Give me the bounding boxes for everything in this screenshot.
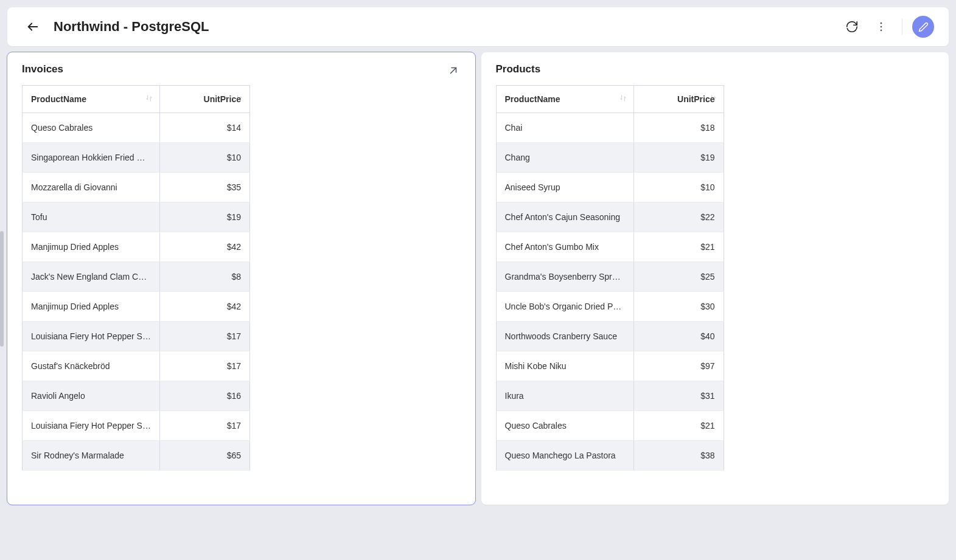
cell-unitprice: $14 — [160, 113, 250, 143]
cell-unitprice: $19 — [160, 202, 250, 232]
products-panel[interactable]: Products ProductName UnitPrice — [481, 52, 949, 505]
cell-unitprice: $38 — [633, 441, 724, 471]
cell-productname: Queso Cabrales — [496, 411, 633, 441]
column-header-label: ProductName — [31, 94, 86, 104]
column-header-productname[interactable]: ProductName — [496, 86, 633, 113]
expand-panel-button[interactable] — [446, 63, 461, 78]
sort-icon — [145, 94, 153, 105]
cell-productname: Sir Rodney's Marmalade — [23, 441, 160, 471]
cell-productname: Chai — [496, 113, 633, 143]
cell-productname: Mishi Kobe Niku — [496, 351, 633, 381]
cell-unitprice: $42 — [160, 232, 250, 262]
invoices-panel-title: Invoices — [22, 63, 461, 75]
cell-unitprice: $10 — [633, 173, 724, 202]
table-row[interactable]: Queso Cabrales$21 — [496, 411, 724, 441]
table-header-row: ProductName UnitPrice — [496, 86, 724, 113]
cell-productname: Queso Cabrales — [23, 113, 160, 143]
cell-productname: Singaporean Hokkien Fried Mee — [23, 143, 160, 173]
svg-point-3 — [881, 30, 882, 32]
cell-unitprice: $65 — [160, 441, 250, 471]
sort-icon — [709, 94, 717, 105]
table-row[interactable]: Queso Manchego La Pastora$38 — [496, 441, 724, 471]
table-row[interactable]: Chef Anton's Gumbo Mix$21 — [496, 232, 724, 262]
table-row[interactable]: Northwoods Cranberry Sauce$40 — [496, 322, 724, 351]
cell-productname: Aniseed Syrup — [496, 173, 633, 202]
table-row[interactable]: Uncle Bob's Organic Dried Pears$30 — [496, 292, 724, 322]
back-button[interactable] — [22, 16, 44, 38]
table-row[interactable]: Tofu$19 — [23, 202, 250, 232]
cell-unitprice: $97 — [633, 351, 724, 381]
table-row[interactable]: Chai$18 — [496, 113, 724, 143]
column-header-unitprice[interactable]: UnitPrice — [633, 86, 724, 113]
cell-productname: Gustaf's Knäckebröd — [23, 351, 160, 381]
cell-unitprice: $21 — [633, 411, 724, 441]
table-row[interactable]: Ravioli Angelo$16 — [23, 381, 250, 411]
cell-unitprice: $19 — [633, 143, 724, 173]
cell-productname: Manjimup Dried Apples — [23, 232, 160, 262]
cell-unitprice: $25 — [633, 262, 724, 292]
pencil-icon — [918, 22, 929, 32]
column-header-label: ProductName — [505, 94, 560, 104]
cell-unitprice: $42 — [160, 292, 250, 322]
table-row[interactable]: Sir Rodney's Marmalade$65 — [23, 441, 250, 471]
table-row[interactable]: Grandma's Boysenberry Spread$25 — [496, 262, 724, 292]
sort-icon — [235, 94, 243, 105]
cell-productname: Uncle Bob's Organic Dried Pears — [496, 292, 633, 322]
invoices-panel[interactable]: Invoices ProductName UnitPrice — [7, 52, 475, 505]
page-title: Northwind - PostgreSQL — [54, 19, 841, 35]
table-row[interactable]: Chang$19 — [496, 143, 724, 173]
table-row[interactable]: Manjimup Dried Apples$42 — [23, 292, 250, 322]
cell-unitprice: $21 — [633, 232, 724, 262]
cell-unitprice: $16 — [160, 381, 250, 411]
header-bar: Northwind - PostgreSQL — [7, 7, 949, 46]
cell-unitprice: $17 — [160, 351, 250, 381]
table-row[interactable]: Aniseed Syrup$10 — [496, 173, 724, 202]
table-row[interactable]: Queso Cabrales$14 — [23, 113, 250, 143]
more-vertical-icon — [875, 21, 887, 33]
cell-unitprice: $31 — [633, 381, 724, 411]
cell-productname: Ikura — [496, 381, 633, 411]
cell-unitprice: $10 — [160, 143, 250, 173]
arrow-left-icon — [26, 20, 40, 33]
cell-productname: Louisiana Fiery Hot Pepper Sauce — [23, 322, 160, 351]
table-row[interactable]: Jack's New England Clam Chowder$8 — [23, 262, 250, 292]
cell-unitprice: $40 — [633, 322, 724, 351]
table-row[interactable]: Singaporean Hokkien Fried Mee$10 — [23, 143, 250, 173]
edit-button[interactable] — [912, 16, 934, 38]
refresh-icon — [845, 20, 859, 33]
table-row[interactable]: Manjimup Dried Apples$42 — [23, 232, 250, 262]
cell-productname: Ravioli Angelo — [23, 381, 160, 411]
header-actions — [841, 16, 934, 38]
table-row[interactable]: Louisiana Fiery Hot Pepper Sauce$17 — [23, 411, 250, 441]
arrow-up-right-icon — [448, 65, 459, 76]
page-scrollbar[interactable] — [0, 231, 4, 347]
table-row[interactable]: Louisiana Fiery Hot Pepper Sauce$17 — [23, 322, 250, 351]
products-table: ProductName UnitPrice Chai$18Chang$19Ani… — [496, 85, 724, 471]
invoices-table: ProductName UnitPrice Queso Cabrales$14S… — [22, 85, 250, 471]
table-row[interactable]: Ikura$31 — [496, 381, 724, 411]
table-header-row: ProductName UnitPrice — [23, 86, 250, 113]
cell-productname: Tofu — [23, 202, 160, 232]
sort-icon — [619, 94, 627, 105]
table-row[interactable]: Gustaf's Knäckebröd$17 — [23, 351, 250, 381]
cell-productname: Manjimup Dried Apples — [23, 292, 160, 322]
products-panel-title: Products — [496, 63, 935, 75]
svg-line-4 — [450, 68, 456, 74]
cell-productname: Chef Anton's Gumbo Mix — [496, 232, 633, 262]
cell-unitprice: $17 — [160, 322, 250, 351]
column-header-unitprice[interactable]: UnitPrice — [160, 86, 250, 113]
cell-unitprice: $8 — [160, 262, 250, 292]
cell-productname: Chang — [496, 143, 633, 173]
cell-productname: Chef Anton's Cajun Seasoning — [496, 202, 633, 232]
refresh-button[interactable] — [841, 16, 863, 38]
column-header-productname[interactable]: ProductName — [23, 86, 160, 113]
svg-point-1 — [881, 22, 882, 24]
more-menu-button[interactable] — [870, 16, 892, 38]
cell-productname: Mozzarella di Giovanni — [23, 173, 160, 202]
cell-productname: Grandma's Boysenberry Spread — [496, 262, 633, 292]
header-divider — [902, 19, 902, 35]
table-row[interactable]: Chef Anton's Cajun Seasoning$22 — [496, 202, 724, 232]
table-row[interactable]: Mishi Kobe Niku$97 — [496, 351, 724, 381]
cell-unitprice: $22 — [633, 202, 724, 232]
table-row[interactable]: Mozzarella di Giovanni$35 — [23, 173, 250, 202]
